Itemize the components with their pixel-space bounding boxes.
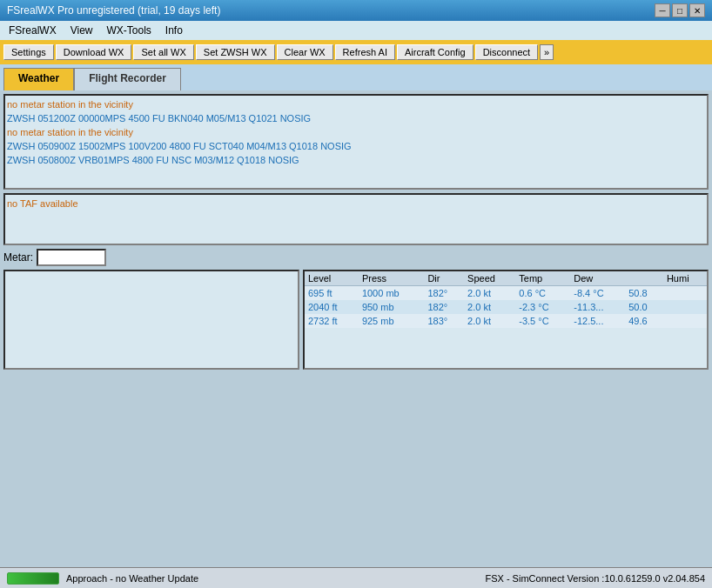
app-title: FSrealWX Pro unregistered (trial, 19 day… bbox=[7, 4, 220, 17]
col-humi: Humi bbox=[663, 271, 707, 286]
menu-view[interactable]: View bbox=[65, 23, 98, 38]
cell-temp: -2.3 °C bbox=[515, 300, 570, 314]
menu-bar: FSrealWX View WX-Tools Info bbox=[0, 21, 712, 40]
taf-line-1: no TAF available bbox=[7, 197, 705, 210]
metar-input-row: Metar: bbox=[3, 249, 709, 266]
download-wx-button[interactable]: Download WX bbox=[56, 44, 132, 60]
main-tab-bar: Weather Flight Recorder bbox=[0, 64, 712, 90]
status-text: Approach - no Weather Update bbox=[66, 573, 478, 584]
lower-section: Level Press Dir Speed Temp Dew Humi 695 … bbox=[3, 270, 709, 370]
col-speed: Speed bbox=[464, 271, 515, 286]
table-row: 2732 ft 925 mb 183° 2.0 kt -3.5 °C -12.5… bbox=[305, 314, 707, 328]
metar-line-2: ZWSH 051200Z 00000MPS 4500 FU BKN040 M05… bbox=[7, 111, 705, 125]
menu-wx-tools[interactable]: WX-Tools bbox=[101, 23, 156, 38]
metar-box[interactable]: no metar station in the vicinity ZWSH 05… bbox=[3, 94, 709, 190]
cell-temp: 0.6 °C bbox=[515, 286, 570, 301]
cell-speed: 2.0 kt bbox=[464, 286, 515, 301]
table-row: 2040 ft 950 mb 182° 2.0 kt -2.3 °C -11.3… bbox=[305, 300, 707, 314]
maximize-button[interactable]: □ bbox=[672, 3, 688, 17]
status-indicator bbox=[7, 572, 59, 585]
disconnect-button[interactable]: Disconnect bbox=[475, 44, 538, 60]
cell-speed: 2.0 kt bbox=[464, 314, 515, 328]
metar-input[interactable] bbox=[37, 249, 106, 266]
cell-humi-val: 50.0 bbox=[625, 300, 663, 314]
col-temp: Temp bbox=[515, 271, 570, 286]
cell-humi bbox=[663, 300, 707, 314]
tab-weather[interactable]: Weather bbox=[3, 68, 74, 90]
metar-label: Metar: bbox=[3, 251, 33, 264]
cell-dew: -8.4 °C bbox=[570, 286, 625, 301]
left-panel bbox=[3, 270, 299, 370]
cell-press: 925 mb bbox=[359, 314, 425, 328]
title-bar: FSrealWX Pro unregistered (trial, 19 day… bbox=[0, 0, 712, 21]
cell-press: 950 mb bbox=[359, 300, 425, 314]
cell-level: 2040 ft bbox=[305, 300, 359, 314]
metar-line-3: no metar station in the vicinity bbox=[7, 125, 705, 139]
cell-speed: 2.0 kt bbox=[464, 300, 515, 314]
cell-temp: -3.5 °C bbox=[515, 314, 570, 328]
cell-humi-val: 49.6 bbox=[625, 314, 663, 328]
minimize-button[interactable]: ─ bbox=[655, 3, 670, 17]
clear-wx-button[interactable]: Clear WX bbox=[277, 44, 333, 60]
cell-humi bbox=[663, 286, 707, 301]
cell-press: 1000 mb bbox=[359, 286, 425, 301]
refresh-ai-button[interactable]: Refresh AI bbox=[335, 44, 395, 60]
settings-button[interactable]: Settings bbox=[3, 44, 54, 60]
weather-data-panel[interactable]: Level Press Dir Speed Temp Dew Humi 695 … bbox=[303, 270, 709, 370]
cell-dew: -11.3... bbox=[570, 300, 625, 314]
cell-dew: -12.5... bbox=[570, 314, 625, 328]
menu-fsrealwx[interactable]: FSrealWX bbox=[3, 23, 62, 38]
menu-info[interactable]: Info bbox=[160, 23, 188, 38]
status-bar: Approach - no Weather Update FSX - SimCo… bbox=[0, 567, 712, 588]
col-dew: Dew bbox=[570, 271, 625, 286]
weather-table-body: 695 ft 1000 mb 182° 2.0 kt 0.6 °C -8.4 °… bbox=[305, 286, 707, 329]
col-dir: Dir bbox=[424, 271, 464, 286]
cell-level: 2732 ft bbox=[305, 314, 359, 328]
col-press: Press bbox=[359, 271, 425, 286]
set-zwsh-wx-button[interactable]: Set ZWSH WX bbox=[196, 44, 275, 60]
tab-flight-recorder[interactable]: Flight Recorder bbox=[74, 68, 181, 90]
version-text: FSX - SimConnect Version :10.0.61259.0 v… bbox=[485, 573, 705, 584]
table-row: 695 ft 1000 mb 182° 2.0 kt 0.6 °C -8.4 °… bbox=[305, 286, 707, 301]
cell-level: 695 ft bbox=[305, 286, 359, 301]
weather-table: Level Press Dir Speed Temp Dew Humi 695 … bbox=[305, 271, 707, 328]
taf-box[interactable]: no TAF available bbox=[3, 193, 709, 245]
metar-line-5: ZWSH 050800Z VRB01MPS 4800 FU NSC M03/M1… bbox=[7, 153, 705, 167]
cell-humi-val: 50.8 bbox=[625, 286, 663, 301]
cell-humi bbox=[663, 314, 707, 328]
cell-dir: 182° bbox=[424, 300, 464, 314]
metar-line-1: no metar station in the vicinity bbox=[7, 97, 705, 111]
close-button[interactable]: ✕ bbox=[689, 3, 705, 17]
cell-dir: 183° bbox=[424, 314, 464, 328]
set-all-wx-button[interactable]: Set all WX bbox=[133, 44, 193, 60]
cell-dir: 182° bbox=[424, 286, 464, 301]
aircraft-config-button[interactable]: Aircraft Config bbox=[397, 44, 474, 60]
title-controls: ─ □ ✕ bbox=[655, 3, 705, 17]
col-level: Level bbox=[305, 271, 359, 286]
toolbar-more-button[interactable]: » bbox=[540, 44, 554, 60]
metar-line-4: ZWSH 050900Z 15002MPS 100V200 4800 FU SC… bbox=[7, 139, 705, 153]
toolbar: Settings Download WX Set all WX Set ZWSH… bbox=[0, 40, 712, 64]
main-content: no metar station in the vicinity ZWSH 05… bbox=[0, 90, 712, 567]
col-humi-val bbox=[625, 271, 663, 286]
